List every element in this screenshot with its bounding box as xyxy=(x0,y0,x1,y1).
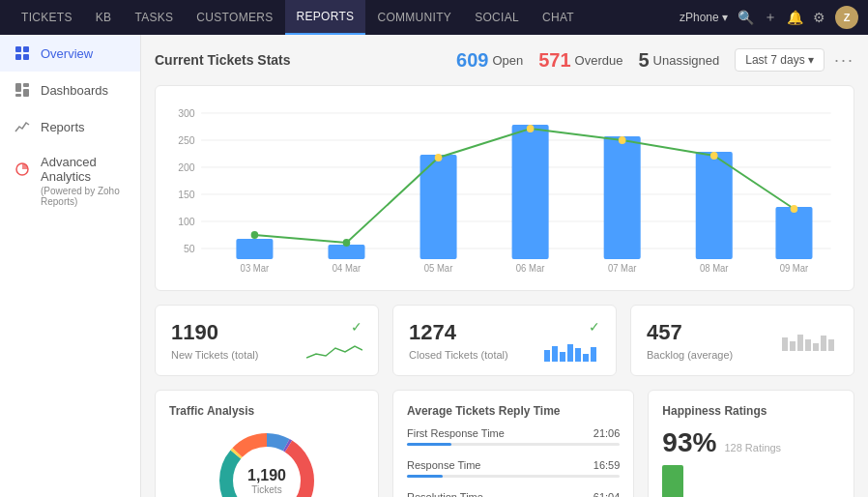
nav-kb[interactable]: KB xyxy=(84,0,124,35)
svg-point-28 xyxy=(251,231,259,239)
svg-rect-45 xyxy=(567,344,573,362)
main-content: Current Tickets Stats 609 Open 571 Overd… xyxy=(141,35,868,497)
svg-text:09 Mar: 09 Mar xyxy=(780,263,809,274)
sidebar-reports-label: Reports xyxy=(41,120,85,134)
open-label: Open xyxy=(492,53,523,68)
notifications-icon[interactable]: 🔔 xyxy=(787,10,803,25)
happiness-percent: 93% xyxy=(662,427,716,458)
analytics-icon xyxy=(14,161,31,178)
happiness-title: Happiness Ratings xyxy=(662,404,840,418)
svg-rect-43 xyxy=(552,346,558,362)
nav-tasks[interactable]: TASKS xyxy=(123,0,185,35)
resolution-label: Resolution Time xyxy=(407,491,483,497)
sidebar-item-dashboards[interactable]: Dashboards xyxy=(0,72,140,108)
happiness-header: 93% 128 Ratings xyxy=(662,427,840,458)
svg-text:100: 100 xyxy=(178,216,194,227)
add-icon[interactable]: ＋ xyxy=(764,9,777,26)
sidebar: Overview Dashboards Reports Advanced Ana… xyxy=(0,35,141,497)
svg-text:50: 50 xyxy=(184,243,195,254)
sidebar-item-overview[interactable]: Overview xyxy=(0,35,140,72)
check-icon-new: ✓ xyxy=(351,319,362,335)
svg-rect-24 xyxy=(512,125,549,259)
svg-rect-42 xyxy=(544,350,550,362)
svg-text:08 Mar: 08 Mar xyxy=(700,263,729,274)
header-row: Current Tickets Stats 609 Open 571 Overd… xyxy=(155,48,854,72)
stat-card-closed-tickets: 1274 Closed Tickets (total) ✓ xyxy=(392,305,617,376)
svg-rect-54 xyxy=(821,336,826,351)
first-response-label: First Response Time xyxy=(407,427,505,439)
svg-point-34 xyxy=(791,205,798,213)
nav-tickets[interactable]: TICKETS xyxy=(10,0,84,35)
svg-text:06 Mar: 06 Mar xyxy=(516,263,545,274)
svg-rect-51 xyxy=(797,335,803,351)
donut-total: 1,190 xyxy=(247,467,286,484)
happiness-card: Happiness Ratings 93% 128 Ratings 93% Lo… xyxy=(648,390,854,497)
svg-point-32 xyxy=(619,136,626,144)
sidebar-overview-label: Overview xyxy=(41,46,93,61)
top-navigation: TICKETS KB TASKS CUSTOMERS REPORTS COMMU… xyxy=(0,0,868,35)
traffic-analysis-card: Traffic Analysis xyxy=(155,390,379,497)
svg-text:07 Mar: 07 Mar xyxy=(608,263,637,274)
sidebar-item-advanced-analytics[interactable]: Advanced Analytics (Powered by Zoho Repo… xyxy=(0,145,140,217)
page-title: Current Tickets Stats xyxy=(155,52,456,68)
svg-rect-22 xyxy=(328,245,364,259)
donut-chart-container: 1,190 Tickets xyxy=(169,427,364,497)
reply-time-title: Average Tickets Reply Time xyxy=(407,404,620,418)
closed-tickets-number: 1274 xyxy=(409,320,508,345)
bottom-row: Traffic Analysis xyxy=(155,390,854,497)
stat-new-tickets-left: 1190 New Tickets (total) xyxy=(171,320,258,361)
backlog-number: 457 xyxy=(647,320,733,345)
stat-card-new-tickets: 1190 New Tickets (total) ✓ xyxy=(155,305,379,376)
sidebar-advanced-label: Advanced Analytics xyxy=(41,155,127,184)
svg-text:04 Mar: 04 Mar xyxy=(333,263,362,274)
happiness-ratings-label: 128 Ratings xyxy=(724,442,781,453)
svg-text:200: 200 xyxy=(178,161,194,173)
svg-text:300: 300 xyxy=(178,107,194,119)
stat-closed-tickets-left: 1274 Closed Tickets (total) xyxy=(409,320,508,361)
date-filter-button[interactable]: Last 7 days ▾ xyxy=(735,48,825,72)
nav-chat[interactable]: CHAT xyxy=(531,0,586,35)
reports-icon xyxy=(14,118,31,135)
overdue-count: 571 xyxy=(538,49,570,72)
check-icon-closed: ✓ xyxy=(589,319,600,335)
backlog-desc: Backlog (average) xyxy=(647,349,733,361)
svg-rect-44 xyxy=(560,352,565,362)
first-response-value: 21:06 xyxy=(593,427,621,439)
nav-reports[interactable]: REPORTS xyxy=(285,0,366,35)
nav-social[interactable]: SOCIAL xyxy=(463,0,531,35)
reply-time-card: Average Tickets Reply Time First Respons… xyxy=(392,390,634,497)
header-controls: Last 7 days ▾ ··· xyxy=(735,48,854,72)
new-tickets-number: 1190 xyxy=(171,320,258,345)
bar-sparkline xyxy=(544,340,600,362)
zphone-selector[interactable]: zPhone ▾ xyxy=(680,11,728,24)
unassigned-label: Unassigned xyxy=(653,53,720,68)
svg-point-31 xyxy=(527,125,535,132)
gray-bar-sparkline xyxy=(782,330,838,351)
first-response-track xyxy=(407,443,620,446)
nav-customers[interactable]: CUSTOMERS xyxy=(185,0,284,35)
svg-rect-49 xyxy=(782,337,788,351)
nav-community[interactable]: COMMUNITY xyxy=(365,0,463,35)
response-value: 16:59 xyxy=(593,459,621,471)
new-tickets-desc: New Tickets (total) xyxy=(171,349,258,361)
sidebar-item-reports[interactable]: Reports xyxy=(0,108,140,145)
unassigned-count: 5 xyxy=(638,49,649,72)
search-icon[interactable]: 🔍 xyxy=(738,10,754,25)
overview-icon xyxy=(14,44,31,62)
overdue-label: Overdue xyxy=(575,53,623,68)
svg-rect-1 xyxy=(23,46,29,52)
nav-items: TICKETS KB TASKS CUSTOMERS REPORTS COMMU… xyxy=(10,0,680,35)
svg-rect-2 xyxy=(15,54,21,60)
svg-point-30 xyxy=(435,154,443,161)
svg-text:05 Mar: 05 Mar xyxy=(424,263,453,274)
more-options-button[interactable]: ··· xyxy=(834,50,854,71)
svg-rect-25 xyxy=(604,136,641,259)
bar-loved xyxy=(662,465,683,497)
stat-backlog-left: 457 Backlog (average) xyxy=(647,320,733,361)
stat-cards-row: 1190 New Tickets (total) ✓ 1274 Closed T… xyxy=(155,305,854,376)
settings-icon[interactable]: ⚙ xyxy=(813,10,825,25)
avatar[interactable]: Z xyxy=(835,6,858,29)
svg-rect-21 xyxy=(236,239,273,259)
svg-rect-47 xyxy=(583,354,589,362)
svg-rect-5 xyxy=(23,83,29,87)
